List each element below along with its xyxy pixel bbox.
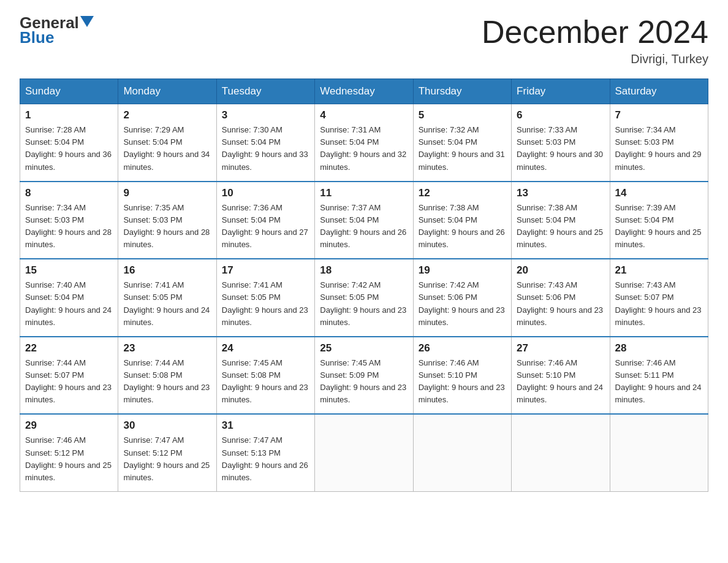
day-number: 27	[517, 342, 604, 354]
table-row: 11 Sunrise: 7:37 AM Sunset: 5:04 PM Dayl…	[315, 182, 413, 259]
day-info: Sunrise: 7:46 AM Sunset: 5:11 PM Dayligh…	[615, 357, 703, 407]
day-info: Sunrise: 7:38 AM Sunset: 5:04 PM Dayligh…	[419, 202, 506, 251]
table-row: 18 Sunrise: 7:42 AM Sunset: 5:05 PM Dayl…	[315, 259, 413, 337]
day-info: Sunrise: 7:47 AM Sunset: 5:13 PM Dayligh…	[222, 434, 309, 484]
day-number: 18	[320, 264, 408, 277]
header-sunday: Sunday	[20, 79, 118, 104]
location: Divrigi, Turkey	[482, 52, 708, 66]
day-info: Sunrise: 7:39 AM Sunset: 5:04 PM Dayligh…	[615, 202, 703, 251]
day-info: Sunrise: 7:30 AM Sunset: 5:04 PM Dayligh…	[222, 124, 309, 174]
table-row: 30 Sunrise: 7:47 AM Sunset: 5:12 PM Dayl…	[118, 414, 216, 491]
page-header: General Blue December 2024 Divrigi, Turk…	[20, 15, 708, 66]
table-row: 8 Sunrise: 7:34 AM Sunset: 5:03 PM Dayli…	[20, 182, 118, 259]
calendar-week-row: 15 Sunrise: 7:40 AM Sunset: 5:04 PM Dayl…	[20, 259, 708, 337]
table-row: 19 Sunrise: 7:42 AM Sunset: 5:06 PM Dayl…	[413, 259, 511, 337]
day-number: 24	[222, 342, 309, 354]
day-number: 20	[517, 264, 604, 277]
day-number: 8	[25, 187, 113, 199]
table-row: 25 Sunrise: 7:45 AM Sunset: 5:09 PM Dayl…	[315, 337, 413, 415]
header-thursday: Thursday	[413, 79, 511, 104]
day-info: Sunrise: 7:43 AM Sunset: 5:07 PM Dayligh…	[615, 279, 703, 329]
day-number: 9	[123, 187, 211, 199]
day-info: Sunrise: 7:44 AM Sunset: 5:07 PM Dayligh…	[25, 357, 113, 407]
calendar-week-row: 1 Sunrise: 7:28 AM Sunset: 5:04 PM Dayli…	[20, 104, 708, 182]
day-number: 5	[419, 109, 506, 121]
weekday-header-row: Sunday Monday Tuesday Wednesday Thursday…	[20, 79, 708, 104]
day-info: Sunrise: 7:37 AM Sunset: 5:04 PM Dayligh…	[320, 202, 408, 251]
day-info: Sunrise: 7:40 AM Sunset: 5:04 PM Dayligh…	[25, 279, 113, 329]
day-number: 14	[615, 187, 703, 199]
table-row: 16 Sunrise: 7:41 AM Sunset: 5:05 PM Dayl…	[118, 259, 216, 337]
day-number: 17	[222, 264, 309, 277]
day-info: Sunrise: 7:28 AM Sunset: 5:04 PM Dayligh…	[25, 124, 113, 174]
day-number: 25	[320, 342, 408, 354]
day-info: Sunrise: 7:34 AM Sunset: 5:03 PM Dayligh…	[25, 202, 113, 251]
svg-marker-0	[80, 16, 94, 27]
day-number: 19	[419, 264, 506, 277]
table-row: 12 Sunrise: 7:38 AM Sunset: 5:04 PM Dayl…	[413, 182, 511, 259]
day-info: Sunrise: 7:41 AM Sunset: 5:05 PM Dayligh…	[222, 279, 309, 329]
table-row: 21 Sunrise: 7:43 AM Sunset: 5:07 PM Dayl…	[610, 259, 708, 337]
table-row: 1 Sunrise: 7:28 AM Sunset: 5:04 PM Dayli…	[20, 104, 118, 182]
header-monday: Monday	[118, 79, 216, 104]
day-number: 6	[517, 109, 604, 121]
day-number: 13	[517, 187, 604, 199]
day-number: 15	[25, 264, 113, 277]
month-title: December 2024	[482, 15, 708, 50]
day-number: 10	[222, 187, 309, 199]
header-tuesday: Tuesday	[216, 79, 314, 104]
day-info: Sunrise: 7:31 AM Sunset: 5:04 PM Dayligh…	[320, 124, 408, 174]
table-row: 26 Sunrise: 7:46 AM Sunset: 5:10 PM Dayl…	[413, 337, 511, 415]
table-row: 22 Sunrise: 7:44 AM Sunset: 5:07 PM Dayl…	[20, 337, 118, 415]
day-info: Sunrise: 7:46 AM Sunset: 5:10 PM Dayligh…	[517, 357, 604, 407]
day-info: Sunrise: 7:45 AM Sunset: 5:08 PM Dayligh…	[222, 357, 309, 407]
day-number: 28	[615, 342, 703, 354]
title-block: December 2024 Divrigi, Turkey	[482, 15, 708, 66]
table-row	[610, 414, 708, 491]
day-number: 23	[123, 342, 211, 354]
day-info: Sunrise: 7:45 AM Sunset: 5:09 PM Dayligh…	[320, 357, 408, 407]
logo: General Blue	[20, 15, 94, 47]
day-number: 26	[419, 342, 506, 354]
header-friday: Friday	[512, 79, 610, 104]
day-number: 3	[222, 109, 309, 121]
day-info: Sunrise: 7:47 AM Sunset: 5:12 PM Dayligh…	[123, 434, 211, 484]
day-number: 2	[123, 109, 211, 121]
table-row: 3 Sunrise: 7:30 AM Sunset: 5:04 PM Dayli…	[216, 104, 314, 182]
day-number: 7	[615, 109, 703, 121]
day-info: Sunrise: 7:29 AM Sunset: 5:04 PM Dayligh…	[123, 124, 211, 174]
table-row: 27 Sunrise: 7:46 AM Sunset: 5:10 PM Dayl…	[512, 337, 610, 415]
day-number: 11	[320, 187, 408, 199]
calendar-week-row: 8 Sunrise: 7:34 AM Sunset: 5:03 PM Dayli…	[20, 182, 708, 259]
calendar-week-row: 22 Sunrise: 7:44 AM Sunset: 5:07 PM Dayl…	[20, 337, 708, 415]
table-row: 10 Sunrise: 7:36 AM Sunset: 5:04 PM Dayl…	[216, 182, 314, 259]
day-number: 4	[320, 109, 408, 121]
day-number: 31	[222, 419, 309, 432]
day-info: Sunrise: 7:43 AM Sunset: 5:06 PM Dayligh…	[517, 279, 604, 329]
day-info: Sunrise: 7:38 AM Sunset: 5:04 PM Dayligh…	[517, 202, 604, 251]
day-info: Sunrise: 7:35 AM Sunset: 5:03 PM Dayligh…	[123, 202, 211, 251]
table-row: 20 Sunrise: 7:43 AM Sunset: 5:06 PM Dayl…	[512, 259, 610, 337]
day-info: Sunrise: 7:46 AM Sunset: 5:12 PM Dayligh…	[25, 434, 113, 484]
table-row: 2 Sunrise: 7:29 AM Sunset: 5:04 PM Dayli…	[118, 104, 216, 182]
day-number: 1	[25, 109, 113, 121]
table-row: 14 Sunrise: 7:39 AM Sunset: 5:04 PM Dayl…	[610, 182, 708, 259]
table-row	[315, 414, 413, 491]
day-number: 16	[123, 264, 211, 277]
day-info: Sunrise: 7:42 AM Sunset: 5:05 PM Dayligh…	[320, 279, 408, 329]
day-info: Sunrise: 7:44 AM Sunset: 5:08 PM Dayligh…	[123, 357, 211, 407]
header-saturday: Saturday	[610, 79, 708, 104]
day-number: 21	[615, 264, 703, 277]
calendar-week-row: 29 Sunrise: 7:46 AM Sunset: 5:12 PM Dayl…	[20, 414, 708, 491]
day-number: 22	[25, 342, 113, 354]
day-number: 29	[25, 419, 113, 432]
day-info: Sunrise: 7:32 AM Sunset: 5:04 PM Dayligh…	[419, 124, 506, 174]
day-number: 30	[123, 419, 211, 432]
table-row: 4 Sunrise: 7:31 AM Sunset: 5:04 PM Dayli…	[315, 104, 413, 182]
table-row: 17 Sunrise: 7:41 AM Sunset: 5:05 PM Dayl…	[216, 259, 314, 337]
calendar-table: Sunday Monday Tuesday Wednesday Thursday…	[20, 79, 708, 492]
logo-blue: Blue	[20, 28, 54, 47]
day-info: Sunrise: 7:33 AM Sunset: 5:03 PM Dayligh…	[517, 124, 604, 174]
table-row: 24 Sunrise: 7:45 AM Sunset: 5:08 PM Dayl…	[216, 337, 314, 415]
header-wednesday: Wednesday	[315, 79, 413, 104]
